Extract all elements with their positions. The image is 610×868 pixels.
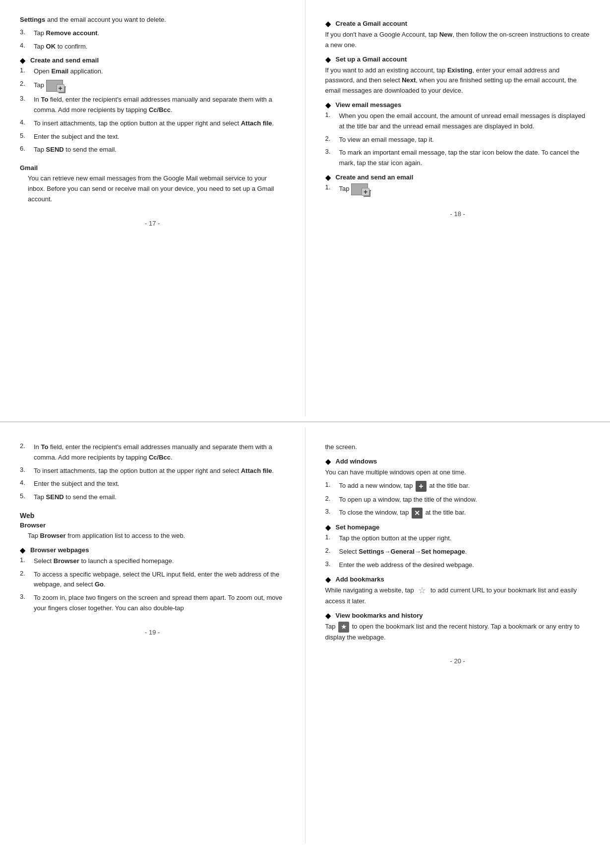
list-item: 3. Enter the web address of the desired … xyxy=(325,560,591,571)
list-item: 4. Enter the subject and the text. xyxy=(20,479,285,489)
create-send-email-heading: ◆ Create and send email xyxy=(20,57,285,64)
page-number-18: - 18 - xyxy=(325,210,591,218)
gmail-section: Gmail You can retrieve new email message… xyxy=(20,164,285,204)
page-20: the screen. ◆ Add windows You can have m… xyxy=(305,427,610,844)
setup-gmail-body: If you want to add an existing account, … xyxy=(325,65,591,96)
add-window-icon: + xyxy=(416,481,427,492)
bullet-icon: ◆ xyxy=(325,523,331,531)
browser-webpages-heading: ◆ Browser webpages xyxy=(20,546,285,554)
gmail-body: You can retrieve new email messages from… xyxy=(28,174,285,204)
create-send-email-label: Create and send email xyxy=(30,57,99,64)
list-item: 3. To close the window, tap ✕ at the tit… xyxy=(325,508,591,519)
list-item: 2. To view an email message, tap it. xyxy=(325,135,591,145)
page-number-19: - 19 - xyxy=(20,629,285,636)
list-item: 5. Enter the subject and the text. xyxy=(20,132,285,142)
add-bookmarks-heading: ◆ Add bookmarks xyxy=(325,576,591,583)
list-item: 2. To access a specific webpage, select … xyxy=(20,570,285,590)
view-bookmarks-body: Tap ★ to open the bookmark list and the … xyxy=(325,622,591,643)
list-item: 1. When you open the email account, the … xyxy=(325,111,591,132)
star-icon: ☆ xyxy=(417,585,427,596)
create-gmail-heading: ◆ Create a Gmail account xyxy=(325,20,591,28)
settings-line: Settings and the email account you want … xyxy=(20,15,285,25)
add-windows-label: Add windows xyxy=(336,458,377,465)
list-item: 3. To mark an important email message, t… xyxy=(325,148,591,169)
create-gmail-label: Create a Gmail account xyxy=(336,20,408,27)
view-bookmarks-label: View bookmarks and history xyxy=(336,612,423,619)
bullet-icon: ◆ xyxy=(20,57,25,64)
list-item: 3. To zoom in, place two fingers on the … xyxy=(20,593,285,614)
bookmark-icon: ★ xyxy=(338,622,349,633)
bullet-icon: ◆ xyxy=(325,101,331,109)
web-title: Web xyxy=(20,512,285,520)
create-send-email2-label: Create and send an email xyxy=(336,174,414,181)
list-item: 2. To open up a window, tap the title of… xyxy=(325,495,591,505)
gmail-heading: Gmail xyxy=(20,164,285,172)
list-item: 4. To insert attachments, tap the option… xyxy=(20,118,285,129)
list-item: 3. To insert attachments, tap the option… xyxy=(20,466,285,476)
bottom-section: 2. In To field, enter the recipient's em… xyxy=(0,422,610,844)
view-email-heading: ◆ View email messages xyxy=(325,101,591,109)
list-item: 1. Select Browser to launch a specified … xyxy=(20,556,285,567)
set-homepage-heading: ◆ Set homepage xyxy=(325,523,591,531)
document: Settings and the email account you want … xyxy=(0,0,610,844)
browser-title: Browser xyxy=(20,521,285,529)
close-window-icon: ✕ xyxy=(412,508,423,519)
set-homepage-label: Set homepage xyxy=(336,523,380,531)
bullet-icon: ◆ xyxy=(325,174,331,181)
bullet-icon: ◆ xyxy=(325,20,331,28)
page-17: Settings and the email account you want … xyxy=(0,0,305,416)
list-item: 1. Tap the option button at the upper ri… xyxy=(325,533,591,544)
list-item: 6. Tap SEND to send the email. xyxy=(20,145,285,155)
email-compose-icon-2: + xyxy=(351,183,368,195)
list-item: 1. Open Email application. xyxy=(20,66,285,77)
view-bookmarks-heading: ◆ View bookmarks and history xyxy=(325,612,591,620)
list-item: 5. Tap SEND to send the email. xyxy=(20,492,285,503)
email-compose-icon: + xyxy=(46,80,63,92)
web-section: Web Browser Tap Browser from application… xyxy=(20,512,285,614)
add-bookmarks-body: While navigating a website, tap ☆ to add… xyxy=(325,585,591,607)
page-number-20: - 20 - xyxy=(325,657,591,665)
page-19: 2. In To field, enter the recipient's em… xyxy=(0,427,305,844)
page-number-17: - 17 - xyxy=(20,220,285,227)
setup-gmail-label: Set up a Gmail account xyxy=(336,56,407,63)
view-email-label: View email messages xyxy=(336,101,402,109)
list-item: 3. Tap Remove account. xyxy=(20,28,285,39)
list-item: 3. In To field, enter the recipient's em… xyxy=(20,95,285,116)
tap-label: Tap xyxy=(34,82,46,89)
create-send-email2-heading: ◆ Create and send an email xyxy=(325,174,591,181)
list-item: 1. Tap + . xyxy=(325,183,591,195)
browser-webpages-label: Browser webpages xyxy=(30,546,89,554)
bullet-icon: ◆ xyxy=(325,612,331,620)
bullet-icon: ◆ xyxy=(325,458,331,465)
list-item: 2. Select Settings→General→Set homepage. xyxy=(325,547,591,557)
top-section: Settings and the email account you want … xyxy=(0,0,610,422)
list-item: 2. Tap + . xyxy=(20,80,285,92)
browser-body: Tap Browser from application list to acc… xyxy=(28,531,285,541)
bullet-icon: ◆ xyxy=(325,576,331,583)
screen-line: the screen. xyxy=(325,442,591,453)
tap-label-2: Tap xyxy=(339,185,352,192)
page-18: ◆ Create a Gmail account If you don't ha… xyxy=(305,0,610,416)
list-item: 4. Tap OK to confirm. xyxy=(20,42,285,52)
add-windows-body: You can have multiple windows open at on… xyxy=(325,467,591,478)
add-bookmarks-label: Add bookmarks xyxy=(336,576,384,583)
bullet-icon: ◆ xyxy=(20,546,25,554)
create-gmail-body: If you don't have a Google Account, tap … xyxy=(325,30,591,51)
add-windows-heading: ◆ Add windows xyxy=(325,458,591,465)
list-item: 2. In To field, enter the recipient's em… xyxy=(20,442,285,463)
setup-gmail-heading: ◆ Set up a Gmail account xyxy=(325,56,591,63)
bullet-icon: ◆ xyxy=(325,56,331,63)
list-item: 1. To add a new window, tap + at the tit… xyxy=(325,481,591,492)
